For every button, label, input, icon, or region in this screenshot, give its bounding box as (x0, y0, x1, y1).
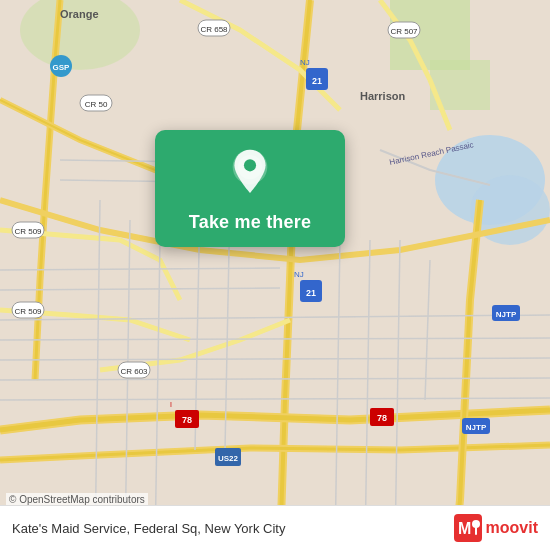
svg-text:CR 658: CR 658 (200, 25, 228, 34)
svg-text:CR 50: CR 50 (85, 100, 108, 109)
map-container: 21 NJ 21 NJ 78 I 78 US22 CR 509 CR 509 C… (0, 0, 550, 550)
moovit-logo-icon: M (454, 514, 482, 542)
location-label: Kate's Maid Service, Federal Sq, New Yor… (12, 521, 454, 536)
svg-text:US22: US22 (218, 454, 239, 463)
svg-point-60 (244, 159, 256, 171)
moovit-brand-text: moovit (486, 519, 538, 537)
svg-text:NJTP: NJTP (466, 423, 487, 432)
svg-text:21: 21 (306, 288, 316, 298)
location-pin-icon (224, 148, 276, 200)
svg-text:Orange: Orange (60, 8, 99, 20)
map-background: 21 NJ 21 NJ 78 I 78 US22 CR 509 CR 509 C… (0, 0, 550, 550)
svg-text:78: 78 (377, 413, 387, 423)
svg-point-63 (472, 520, 480, 528)
svg-text:78: 78 (182, 415, 192, 425)
svg-text:CR 509: CR 509 (14, 227, 42, 236)
svg-text:NJTP: NJTP (496, 310, 517, 319)
svg-text:Harrison: Harrison (360, 90, 406, 102)
svg-text:I: I (170, 401, 172, 408)
take-me-there-button[interactable]: Take me there (189, 212, 311, 233)
moovit-logo: M moovit (454, 514, 538, 542)
navigation-card: Take me there (155, 130, 345, 247)
svg-text:M: M (458, 520, 471, 537)
svg-text:NJ: NJ (300, 58, 310, 67)
svg-text:GSP: GSP (53, 63, 71, 72)
svg-text:CR 507: CR 507 (390, 27, 418, 36)
svg-text:CR 509: CR 509 (14, 307, 42, 316)
svg-text:NJ: NJ (294, 270, 304, 279)
svg-text:21: 21 (312, 76, 322, 86)
svg-text:CR 603: CR 603 (120, 367, 148, 376)
bottom-info-bar: Kate's Maid Service, Federal Sq, New Yor… (0, 505, 550, 550)
